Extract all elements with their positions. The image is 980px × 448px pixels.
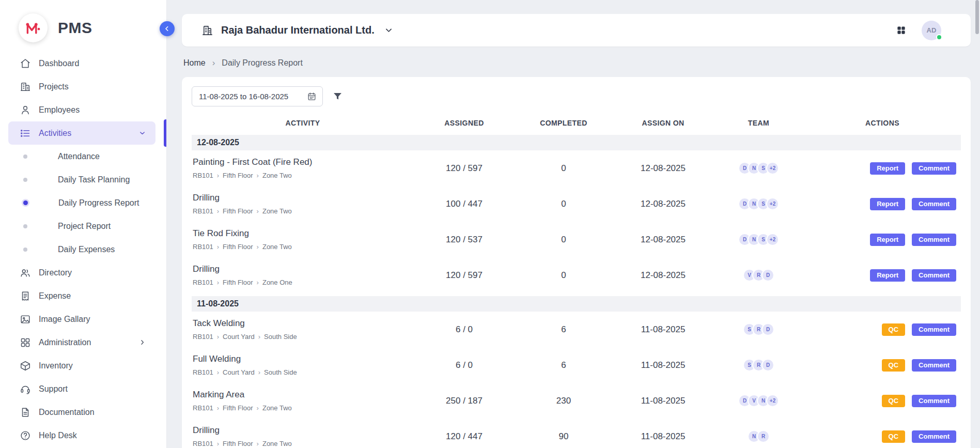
chevron-right-icon: ›	[217, 440, 219, 447]
chevron-right-icon: ›	[257, 172, 259, 179]
avatar[interactable]: AD	[922, 21, 941, 40]
qc-button[interactable]: QC	[882, 395, 906, 407]
sidebar-item-directory[interactable]: Directory	[8, 261, 155, 284]
app-title: PMS	[58, 19, 92, 37]
apps-grid-icon[interactable]	[896, 25, 906, 35]
image-gallery-icon	[20, 314, 31, 325]
comment-button[interactable]: Comment	[912, 162, 956, 175]
comment-button[interactable]: Comment	[912, 269, 956, 282]
topbar-right: AD	[896, 21, 941, 40]
team-avatars: SRD	[713, 323, 804, 336]
toolbar: 11-08-2025 to 16-08-2025	[192, 86, 961, 106]
team-extra-count[interactable]: +2	[766, 162, 779, 175]
activity-cell: Painting - First Coat (Fire Red)RB101›Fi…	[192, 157, 414, 179]
date-range-input[interactable]: 11-08-2025 to 16-08-2025	[192, 86, 323, 106]
report-button[interactable]: Report	[870, 198, 905, 210]
sidebar-subitem-daily-expenses[interactable]: Daily Expenses	[0, 238, 166, 261]
activity-path: RB101›Fifth Floor›Zone Two	[193, 404, 410, 412]
activity-cell: Tie Rod FixingRB101›Fifth Floor›Zone Two	[192, 228, 414, 251]
breadcrumb: Home › Daily Progress Report	[183, 58, 971, 68]
sidebar-item-documentation[interactable]: Documentation	[8, 400, 155, 424]
team-extra-count[interactable]: +2	[766, 394, 779, 407]
activity-path: RB101›Fifth Floor›Zone Two	[193, 172, 410, 179]
row-actions: ReportComment	[804, 269, 961, 282]
qc-button[interactable]: QC	[882, 430, 906, 443]
table-row: Painting - First Coat (Fire Red)RB101›Fi…	[192, 150, 961, 186]
activity-name: Drilling	[193, 425, 410, 436]
row-actions: ReportComment	[804, 162, 961, 175]
path-segment: South Side	[264, 333, 297, 341]
bullet-icon	[23, 200, 28, 205]
comment-button[interactable]: Comment	[912, 234, 956, 246]
sidebar-subitem-daily-progress-report[interactable]: Daily Progress Report	[0, 191, 166, 214]
assign-on-date: 11-08-2025	[613, 325, 713, 335]
assigned-value: 120 / 537	[414, 235, 515, 245]
sidebar-subitem-attendance[interactable]: Attendance	[0, 145, 166, 168]
breadcrumb-current: Daily Progress Report	[222, 58, 303, 68]
completed-value: 230	[515, 396, 613, 406]
comment-button[interactable]: Comment	[912, 395, 956, 407]
comment-button[interactable]: Comment	[912, 198, 956, 210]
filter-icon[interactable]	[332, 91, 343, 102]
qc-button[interactable]: QC	[882, 323, 906, 336]
breadcrumb-home[interactable]: Home	[183, 58, 206, 68]
chevron-right-icon: ›	[212, 58, 215, 68]
employees-icon	[20, 104, 31, 116]
sidebar-item-image-gallary[interactable]: Image Gallary	[8, 307, 155, 331]
sidebar-item-inventory[interactable]: Inventory	[8, 354, 155, 377]
chevron-right-icon: ›	[257, 279, 259, 286]
path-segment: RB101	[193, 279, 213, 286]
table-row: Marking AreaRB101›Fifth Floor›Zone Two25…	[192, 383, 961, 419]
company-selector[interactable]: Raja Bahadur International Ltd.	[201, 24, 393, 36]
sidebar-item-label: Projects	[39, 82, 69, 91]
assigned-value: 120 / 597	[414, 270, 515, 281]
sidebar-item-label: Administration	[39, 338, 91, 347]
report-button[interactable]: Report	[870, 234, 905, 246]
sidebar-item-help-desk[interactable]: Help Desk	[8, 424, 155, 447]
scrollbar[interactable]	[975, 0, 979, 34]
assign-on-date: 12-08-2025	[613, 163, 713, 174]
chevron-right-icon	[138, 338, 146, 346]
sidebar-item-administration[interactable]: Administration	[8, 331, 155, 354]
chevron-right-icon: ›	[217, 369, 219, 376]
sidebar-subitem-label: Daily Expenses	[58, 245, 115, 254]
completed-value: 6	[515, 325, 613, 335]
assign-on-date: 11-08-2025	[613, 396, 713, 406]
sidebar-item-projects[interactable]: Projects	[8, 75, 155, 98]
path-segment: Zone One	[262, 279, 292, 286]
comment-button[interactable]: Comment	[912, 323, 956, 336]
comment-button[interactable]: Comment	[912, 359, 956, 372]
completed-value: 90	[515, 431, 613, 442]
activity-path: RB101›Court Yard›South Side	[193, 333, 410, 341]
report-card: 11-08-2025 to 16-08-2025 ACTIVITYASSIGNE…	[182, 77, 971, 448]
table-row: DrillingRB101›Fifth Floor›Zone Two100 / …	[192, 186, 961, 222]
activity-path: RB101›Fifth Floor›Zone Two	[193, 207, 410, 215]
sidebar-item-expense[interactable]: Expense	[8, 284, 155, 307]
path-segment: RB101	[193, 243, 213, 251]
path-segment: RB101	[193, 207, 213, 215]
sidebar-subitem-daily-task-planning[interactable]: Daily Task Planning	[0, 168, 166, 191]
path-segment: RB101	[193, 404, 213, 412]
sidebar-item-support[interactable]: Support	[8, 377, 155, 400]
assigned-value: 6 / 0	[414, 325, 515, 335]
path-segment: RB101	[193, 172, 213, 179]
sidebar-item-activities[interactable]: Activities	[8, 121, 155, 145]
sidebar-item-dashboard[interactable]: Dashboard	[8, 52, 155, 75]
qc-button[interactable]: QC	[882, 359, 906, 372]
main-content: Raja Bahadur International Ltd. AD Home …	[167, 0, 980, 448]
activity-path: RB101›Court Yard›South Side	[193, 368, 410, 376]
sidebar-subitem-project-report[interactable]: Project Report	[0, 214, 166, 238]
chevron-right-icon: ›	[217, 243, 219, 250]
report-button[interactable]: Report	[870, 162, 905, 175]
sidebar-item-employees[interactable]: Employees	[8, 98, 155, 121]
date-range-value: 11-08-2025 to 16-08-2025	[199, 92, 307, 101]
table-body: 12-08-2025Painting - First Coat (Fire Re…	[192, 135, 961, 448]
team-extra-count[interactable]: +2	[766, 197, 779, 210]
sidebar-item-label: Employees	[39, 105, 80, 115]
activity-name: Drilling	[193, 193, 410, 203]
activity-cell: DrillingRB101›Fifth Floor›Zone One	[192, 264, 414, 286]
report-button[interactable]: Report	[870, 269, 905, 282]
comment-button[interactable]: Comment	[912, 430, 956, 443]
team-extra-count[interactable]: +2	[766, 233, 779, 246]
sidebar-collapse-button[interactable]	[160, 21, 175, 36]
